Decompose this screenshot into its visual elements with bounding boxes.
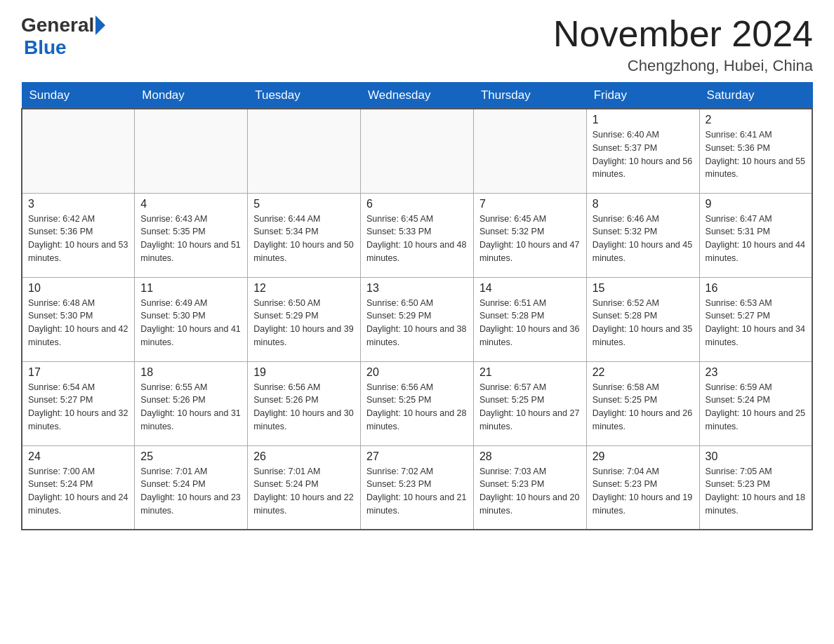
- calendar-cell: 14Sunrise: 6:51 AMSunset: 5:28 PMDayligh…: [473, 277, 586, 361]
- calendar-cell: 18Sunrise: 6:55 AMSunset: 5:26 PMDayligh…: [135, 361, 248, 445]
- title-area: November 2024 Chengzhong, Hubei, China: [553, 14, 813, 75]
- day-number: 24: [28, 450, 128, 463]
- day-info: Sunrise: 6:45 AMSunset: 5:32 PMDaylight:…: [479, 213, 581, 265]
- calendar-cell: [361, 109, 474, 193]
- logo-arrow-icon: [95, 15, 105, 35]
- calendar-week-row: 17Sunrise: 6:54 AMSunset: 5:27 PMDayligh…: [22, 361, 812, 445]
- day-info: Sunrise: 6:58 AMSunset: 5:25 PMDaylight:…: [593, 381, 694, 434]
- calendar-table: SundayMondayTuesdayWednesdayThursdayFrid…: [21, 82, 813, 530]
- day-info: Sunrise: 7:00 AMSunset: 5:24 PMDaylight:…: [28, 465, 128, 518]
- day-number: 21: [479, 366, 581, 379]
- day-info: Sunrise: 6:45 AMSunset: 5:33 PMDaylight:…: [366, 213, 468, 265]
- calendar-cell: 13Sunrise: 6:50 AMSunset: 5:29 PMDayligh…: [361, 277, 474, 361]
- calendar-cell: 23Sunrise: 6:59 AMSunset: 5:24 PMDayligh…: [699, 361, 812, 445]
- calendar-cell: 25Sunrise: 7:01 AMSunset: 5:24 PMDayligh…: [135, 445, 248, 530]
- weekday-header-sunday: Sunday: [22, 83, 135, 109]
- calendar-cell: 11Sunrise: 6:49 AMSunset: 5:30 PMDayligh…: [135, 277, 248, 361]
- day-info: Sunrise: 6:47 AMSunset: 5:31 PMDaylight:…: [706, 213, 806, 265]
- calendar-cell: 20Sunrise: 6:56 AMSunset: 5:25 PMDayligh…: [361, 361, 474, 445]
- calendar-cell: 2Sunrise: 6:41 AMSunset: 5:36 PMDaylight…: [699, 109, 812, 193]
- day-info: Sunrise: 6:48 AMSunset: 5:30 PMDaylight:…: [28, 297, 128, 349]
- calendar-cell: 29Sunrise: 7:04 AMSunset: 5:23 PMDayligh…: [586, 445, 699, 530]
- calendar-cell: 28Sunrise: 7:03 AMSunset: 5:23 PMDayligh…: [473, 445, 586, 530]
- day-info: Sunrise: 6:50 AMSunset: 5:29 PMDaylight:…: [253, 297, 355, 349]
- calendar-cell: 30Sunrise: 7:05 AMSunset: 5:23 PMDayligh…: [699, 445, 812, 530]
- calendar-cell: 3Sunrise: 6:42 AMSunset: 5:36 PMDaylight…: [22, 193, 135, 277]
- day-number: 26: [253, 450, 355, 463]
- calendar-week-row: 1Sunrise: 6:40 AMSunset: 5:37 PMDaylight…: [22, 109, 812, 193]
- day-info: Sunrise: 6:54 AMSunset: 5:27 PMDaylight:…: [28, 381, 128, 434]
- weekday-header-monday: Monday: [135, 83, 248, 109]
- day-number: 25: [140, 450, 241, 463]
- weekday-header-thursday: Thursday: [473, 83, 586, 109]
- day-number: 3: [28, 198, 128, 210]
- day-info: Sunrise: 6:52 AMSunset: 5:28 PMDaylight:…: [593, 297, 694, 349]
- day-info: Sunrise: 6:42 AMSunset: 5:36 PMDaylight:…: [28, 213, 128, 265]
- day-number: 19: [253, 366, 355, 379]
- day-info: Sunrise: 7:02 AMSunset: 5:23 PMDaylight:…: [366, 465, 468, 518]
- weekday-header-row: SundayMondayTuesdayWednesdayThursdayFrid…: [22, 83, 812, 109]
- day-info: Sunrise: 7:01 AMSunset: 5:24 PMDaylight:…: [140, 465, 241, 518]
- day-number: 1: [593, 114, 694, 126]
- day-number: 10: [28, 282, 128, 295]
- day-info: Sunrise: 6:41 AMSunset: 5:36 PMDaylight:…: [706, 128, 806, 181]
- day-info: Sunrise: 6:59 AMSunset: 5:24 PMDaylight:…: [706, 381, 806, 434]
- day-number: 13: [366, 282, 468, 295]
- day-info: Sunrise: 6:40 AMSunset: 5:37 PMDaylight:…: [593, 128, 694, 181]
- calendar-week-row: 3Sunrise: 6:42 AMSunset: 5:36 PMDaylight…: [22, 193, 812, 277]
- day-info: Sunrise: 6:56 AMSunset: 5:25 PMDaylight:…: [366, 381, 468, 434]
- weekday-header-tuesday: Tuesday: [248, 83, 361, 109]
- calendar-cell: 27Sunrise: 7:02 AMSunset: 5:23 PMDayligh…: [361, 445, 474, 530]
- calendar-cell: 24Sunrise: 7:00 AMSunset: 5:24 PMDayligh…: [22, 445, 135, 530]
- day-number: 28: [479, 450, 581, 463]
- day-number: 17: [28, 366, 128, 379]
- calendar-cell: 21Sunrise: 6:57 AMSunset: 5:25 PMDayligh…: [473, 361, 586, 445]
- calendar-cell: 19Sunrise: 6:56 AMSunset: 5:26 PMDayligh…: [248, 361, 361, 445]
- calendar-cell: 26Sunrise: 7:01 AMSunset: 5:24 PMDayligh…: [248, 445, 361, 530]
- calendar-cell: 5Sunrise: 6:44 AMSunset: 5:34 PMDaylight…: [248, 193, 361, 277]
- weekday-header-saturday: Saturday: [699, 83, 812, 109]
- day-number: 30: [706, 450, 806, 463]
- calendar-cell: 6Sunrise: 6:45 AMSunset: 5:33 PMDaylight…: [361, 193, 474, 277]
- day-number: 14: [479, 282, 581, 295]
- calendar-week-row: 24Sunrise: 7:00 AMSunset: 5:24 PMDayligh…: [22, 445, 812, 530]
- day-number: 11: [140, 282, 241, 295]
- day-number: 5: [253, 198, 355, 210]
- calendar-cell: 16Sunrise: 6:53 AMSunset: 5:27 PMDayligh…: [699, 277, 812, 361]
- calendar-cell: 10Sunrise: 6:48 AMSunset: 5:30 PMDayligh…: [22, 277, 135, 361]
- day-info: Sunrise: 6:43 AMSunset: 5:35 PMDaylight:…: [140, 213, 241, 265]
- day-info: Sunrise: 7:03 AMSunset: 5:23 PMDaylight:…: [479, 465, 581, 518]
- day-info: Sunrise: 6:46 AMSunset: 5:32 PMDaylight:…: [593, 213, 694, 265]
- calendar-title: November 2024: [553, 14, 813, 54]
- day-number: 18: [140, 366, 241, 379]
- weekday-header-wednesday: Wednesday: [361, 83, 474, 109]
- day-info: Sunrise: 6:50 AMSunset: 5:29 PMDaylight:…: [366, 297, 468, 349]
- day-info: Sunrise: 6:51 AMSunset: 5:28 PMDaylight:…: [479, 297, 581, 349]
- calendar-cell: [22, 109, 135, 193]
- header: General Blue November 2024 Chengzhong, H…: [21, 14, 813, 75]
- calendar-cell: 15Sunrise: 6:52 AMSunset: 5:28 PMDayligh…: [586, 277, 699, 361]
- day-number: 16: [706, 282, 806, 295]
- calendar-cell: 17Sunrise: 6:54 AMSunset: 5:27 PMDayligh…: [22, 361, 135, 445]
- day-info: Sunrise: 7:05 AMSunset: 5:23 PMDaylight:…: [706, 465, 806, 518]
- day-info: Sunrise: 6:49 AMSunset: 5:30 PMDaylight:…: [140, 297, 241, 349]
- day-number: 7: [479, 198, 581, 210]
- calendar-week-row: 10Sunrise: 6:48 AMSunset: 5:30 PMDayligh…: [22, 277, 812, 361]
- logo-general: General: [21, 14, 94, 36]
- calendar-cell: 7Sunrise: 6:45 AMSunset: 5:32 PMDaylight…: [473, 193, 586, 277]
- day-number: 23: [706, 366, 806, 379]
- day-number: 29: [593, 450, 694, 463]
- weekday-header-friday: Friday: [586, 83, 699, 109]
- calendar-cell: 9Sunrise: 6:47 AMSunset: 5:31 PMDaylight…: [699, 193, 812, 277]
- day-info: Sunrise: 6:57 AMSunset: 5:25 PMDaylight:…: [479, 381, 581, 434]
- day-number: 4: [140, 198, 241, 210]
- logo: General Blue: [21, 14, 107, 59]
- day-info: Sunrise: 6:44 AMSunset: 5:34 PMDaylight:…: [253, 213, 355, 265]
- calendar-cell: [248, 109, 361, 193]
- calendar-subtitle: Chengzhong, Hubei, China: [553, 57, 813, 75]
- day-info: Sunrise: 6:55 AMSunset: 5:26 PMDaylight:…: [140, 381, 241, 434]
- calendar-cell: 4Sunrise: 6:43 AMSunset: 5:35 PMDaylight…: [135, 193, 248, 277]
- day-number: 6: [366, 198, 468, 210]
- day-number: 9: [706, 198, 806, 210]
- day-number: 2: [706, 114, 806, 126]
